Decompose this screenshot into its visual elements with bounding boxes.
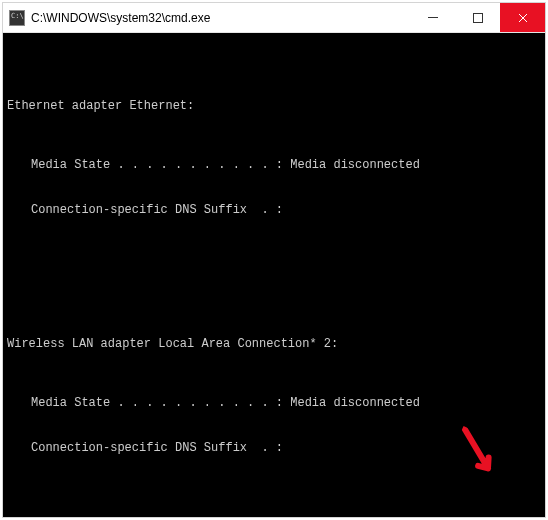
section-header: Ethernet adapter Ethernet: [7, 99, 541, 114]
cmd-icon: C:\ [9, 10, 25, 26]
section-line: Connection-specific DNS Suffix . : [7, 203, 541, 218]
window-title: C:\WINDOWS\system32\cmd.exe [31, 11, 410, 25]
close-button[interactable] [500, 3, 545, 32]
window-controls [410, 3, 545, 32]
svg-rect-0 [428, 17, 438, 18]
cmd-window: C:\ C:\WINDOWS\system32\cmd.exe Ethernet… [2, 2, 546, 518]
section-header: Wireless LAN adapter Local Area Connecti… [7, 337, 541, 352]
minimize-button[interactable] [410, 3, 455, 32]
section-line: Media State . . . . . . . . . . . : Medi… [7, 158, 541, 173]
titlebar[interactable]: C:\ C:\WINDOWS\system32\cmd.exe [3, 3, 545, 33]
section-line: Media State . . . . . . . . . . . : Medi… [7, 396, 541, 411]
terminal-output[interactable]: Ethernet adapter Ethernet: Media State .… [3, 33, 545, 517]
adapter-section: Ethernet adapter Ethernet: Media State .… [7, 69, 541, 248]
maximize-button[interactable] [455, 3, 500, 32]
svg-rect-1 [473, 13, 482, 22]
